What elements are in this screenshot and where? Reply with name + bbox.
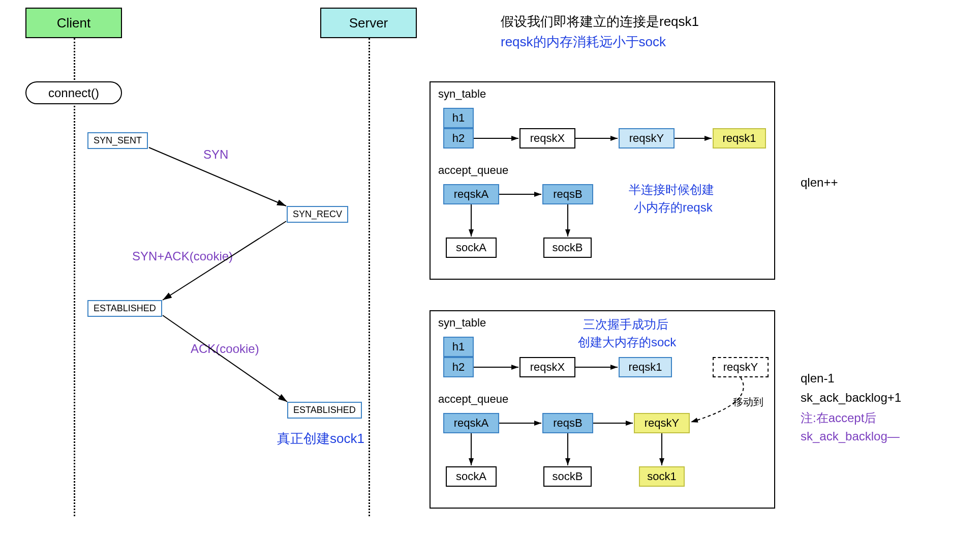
p2-h1: h1 [443,337,474,357]
p2-side1: qlen-1 [801,371,835,385]
panel-syn-table-2: syn_table h1 h2 reqskX reqsk1 reqskY acc… [430,310,775,509]
p2-note2: 创建大内存的sock [578,334,676,350]
p1-syn-table-label: syn_table [438,87,486,101]
p2-sock1: sock1 [639,466,685,487]
memnote-text: reqsk的内存消耗远小于sock [501,33,666,51]
p2-accept-queue-label: accept_queue [438,393,508,406]
msg-ack: ACK(cookie) [191,342,259,356]
p2-sockB: sockB [543,466,592,487]
p1-side: qlen++ [801,175,838,190]
state-established-client: ESTABLISHED [87,300,162,317]
p2-reqskA: reqskA [443,413,499,433]
state-established-server: ESTABLISHED [287,402,362,419]
p1-h1: h1 [443,108,474,128]
server-label: Server [349,15,388,31]
p2-side4: sk_ack_backlog— [801,429,900,443]
p2-h2: h2 [443,357,474,377]
server-box: Server [320,8,417,38]
client-box: Client [25,8,122,38]
state-syn-sent: SYN_SENT [87,132,148,149]
p1-reqskY: reqskY [619,128,675,149]
msg-syn: SYN [203,147,228,162]
p2-reqskX: reqskX [519,357,575,377]
p1-sockB: sockB [543,238,592,258]
assume-text: 假设我们即将建立的连接是reqsk1 [501,13,699,31]
p1-note1: 半连接时候创建 [629,182,714,198]
msg-synack: SYN+ACK(cookie) [132,249,233,263]
server-lifeline [369,38,370,516]
p2-reqskY2: reqskY [634,413,690,433]
svg-line-2 [163,315,287,402]
p1-note2: 小内存的reqsk [634,199,713,216]
panel-syn-table-1: syn_table h1 h2 reqskX reqskY reqsk1 acc… [430,81,775,280]
client-label: Client [57,15,90,31]
p1-h2: h2 [443,128,474,149]
p2-reqsB: reqsB [542,413,593,433]
p2-reqsk1: reqsk1 [619,357,672,377]
p1-reqsk1: reqsk1 [713,128,766,149]
p2-move: 移动到 [733,395,763,409]
p2-syn-table-label: syn_table [438,316,486,330]
p2-sockA: sockA [446,466,497,487]
p1-reqskX: reqskX [519,128,575,149]
p1-reqsB: reqsB [542,184,593,204]
connect-label: connect() [48,86,99,100]
p2-note1: 三次握手成功后 [583,316,668,333]
p2-reqskY-dashed: reqskY [713,357,769,377]
p1-accept-queue-label: accept_queue [438,164,508,177]
client-lifeline [74,38,75,516]
p1-reqskA: reqskA [443,184,499,204]
bottom-note: 真正创建sock1 [277,430,364,448]
connect-call: connect() [25,81,122,104]
p2-side3: 注:在accept后 [801,410,876,426]
p1-sockA: sockA [446,238,497,258]
p2-side2: sk_ack_backlog+1 [801,391,901,405]
state-syn-recv: SYN_RECV [287,206,348,223]
